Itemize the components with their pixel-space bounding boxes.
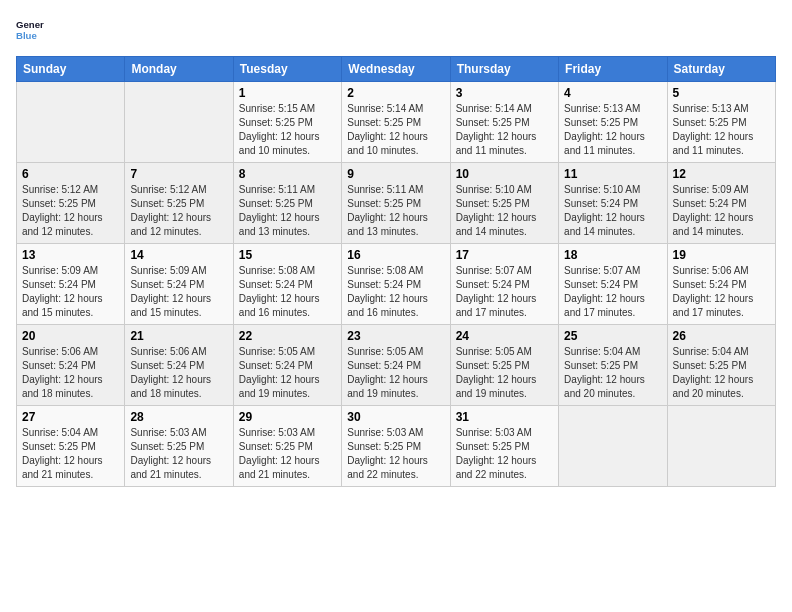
calendar-cell: 7Sunrise: 5:12 AMSunset: 5:25 PMDaylight… [125,163,233,244]
calendar-cell: 4Sunrise: 5:13 AMSunset: 5:25 PMDaylight… [559,82,667,163]
day-number: 20 [22,329,119,343]
day-header-wednesday: Wednesday [342,57,450,82]
calendar-cell: 26Sunrise: 5:04 AMSunset: 5:25 PMDayligh… [667,325,775,406]
day-info: Sunrise: 5:04 AMSunset: 5:25 PMDaylight:… [22,426,119,482]
calendar-cell: 3Sunrise: 5:14 AMSunset: 5:25 PMDaylight… [450,82,558,163]
day-number: 26 [673,329,770,343]
day-number: 3 [456,86,553,100]
svg-text:Blue: Blue [16,30,37,41]
calendar-cell: 1Sunrise: 5:15 AMSunset: 5:25 PMDaylight… [233,82,341,163]
day-info: Sunrise: 5:08 AMSunset: 5:24 PMDaylight:… [347,264,444,320]
calendar-cell: 31Sunrise: 5:03 AMSunset: 5:25 PMDayligh… [450,406,558,487]
day-info: Sunrise: 5:10 AMSunset: 5:25 PMDaylight:… [456,183,553,239]
day-header-sunday: Sunday [17,57,125,82]
day-number: 8 [239,167,336,181]
calendar-cell: 5Sunrise: 5:13 AMSunset: 5:25 PMDaylight… [667,82,775,163]
day-number: 7 [130,167,227,181]
day-number: 27 [22,410,119,424]
day-info: Sunrise: 5:04 AMSunset: 5:25 PMDaylight:… [673,345,770,401]
day-number: 10 [456,167,553,181]
calendar-cell: 9Sunrise: 5:11 AMSunset: 5:25 PMDaylight… [342,163,450,244]
day-number: 17 [456,248,553,262]
day-info: Sunrise: 5:03 AMSunset: 5:25 PMDaylight:… [456,426,553,482]
calendar-cell: 28Sunrise: 5:03 AMSunset: 5:25 PMDayligh… [125,406,233,487]
day-header-saturday: Saturday [667,57,775,82]
logo: General Blue [16,16,44,44]
calendar-cell: 6Sunrise: 5:12 AMSunset: 5:25 PMDaylight… [17,163,125,244]
day-info: Sunrise: 5:04 AMSunset: 5:25 PMDaylight:… [564,345,661,401]
day-info: Sunrise: 5:08 AMSunset: 5:24 PMDaylight:… [239,264,336,320]
calendar-cell [17,82,125,163]
calendar-cell: 25Sunrise: 5:04 AMSunset: 5:25 PMDayligh… [559,325,667,406]
calendar-cell: 15Sunrise: 5:08 AMSunset: 5:24 PMDayligh… [233,244,341,325]
calendar-cell: 29Sunrise: 5:03 AMSunset: 5:25 PMDayligh… [233,406,341,487]
day-info: Sunrise: 5:12 AMSunset: 5:25 PMDaylight:… [130,183,227,239]
day-number: 14 [130,248,227,262]
calendar-cell: 22Sunrise: 5:05 AMSunset: 5:24 PMDayligh… [233,325,341,406]
day-info: Sunrise: 5:09 AMSunset: 5:24 PMDaylight:… [673,183,770,239]
day-info: Sunrise: 5:09 AMSunset: 5:24 PMDaylight:… [130,264,227,320]
day-number: 24 [456,329,553,343]
calendar-cell: 13Sunrise: 5:09 AMSunset: 5:24 PMDayligh… [17,244,125,325]
day-number: 19 [673,248,770,262]
day-info: Sunrise: 5:10 AMSunset: 5:24 PMDaylight:… [564,183,661,239]
day-number: 11 [564,167,661,181]
day-header-tuesday: Tuesday [233,57,341,82]
calendar-cell: 18Sunrise: 5:07 AMSunset: 5:24 PMDayligh… [559,244,667,325]
calendar-cell: 12Sunrise: 5:09 AMSunset: 5:24 PMDayligh… [667,163,775,244]
calendar-header-row: SundayMondayTuesdayWednesdayThursdayFrid… [17,57,776,82]
page-header: General Blue [16,16,776,44]
day-info: Sunrise: 5:12 AMSunset: 5:25 PMDaylight:… [22,183,119,239]
calendar-week-5: 27Sunrise: 5:04 AMSunset: 5:25 PMDayligh… [17,406,776,487]
day-number: 6 [22,167,119,181]
calendar-cell: 24Sunrise: 5:05 AMSunset: 5:25 PMDayligh… [450,325,558,406]
day-info: Sunrise: 5:05 AMSunset: 5:24 PMDaylight:… [347,345,444,401]
day-number: 4 [564,86,661,100]
day-number: 22 [239,329,336,343]
day-number: 30 [347,410,444,424]
calendar-cell [559,406,667,487]
svg-text:General: General [16,19,44,30]
day-number: 25 [564,329,661,343]
calendar-week-1: 1Sunrise: 5:15 AMSunset: 5:25 PMDaylight… [17,82,776,163]
day-number: 18 [564,248,661,262]
day-number: 12 [673,167,770,181]
calendar-cell [125,82,233,163]
day-number: 16 [347,248,444,262]
calendar-cell: 2Sunrise: 5:14 AMSunset: 5:25 PMDaylight… [342,82,450,163]
day-info: Sunrise: 5:11 AMSunset: 5:25 PMDaylight:… [347,183,444,239]
day-header-monday: Monday [125,57,233,82]
calendar-week-4: 20Sunrise: 5:06 AMSunset: 5:24 PMDayligh… [17,325,776,406]
day-info: Sunrise: 5:14 AMSunset: 5:25 PMDaylight:… [347,102,444,158]
calendar-week-3: 13Sunrise: 5:09 AMSunset: 5:24 PMDayligh… [17,244,776,325]
calendar-cell: 8Sunrise: 5:11 AMSunset: 5:25 PMDaylight… [233,163,341,244]
day-number: 29 [239,410,336,424]
day-number: 2 [347,86,444,100]
calendar-cell: 21Sunrise: 5:06 AMSunset: 5:24 PMDayligh… [125,325,233,406]
day-number: 15 [239,248,336,262]
calendar-week-2: 6Sunrise: 5:12 AMSunset: 5:25 PMDaylight… [17,163,776,244]
day-header-thursday: Thursday [450,57,558,82]
calendar-cell: 16Sunrise: 5:08 AMSunset: 5:24 PMDayligh… [342,244,450,325]
day-info: Sunrise: 5:03 AMSunset: 5:25 PMDaylight:… [130,426,227,482]
calendar-cell: 27Sunrise: 5:04 AMSunset: 5:25 PMDayligh… [17,406,125,487]
calendar-cell: 11Sunrise: 5:10 AMSunset: 5:24 PMDayligh… [559,163,667,244]
day-info: Sunrise: 5:11 AMSunset: 5:25 PMDaylight:… [239,183,336,239]
day-info: Sunrise: 5:06 AMSunset: 5:24 PMDaylight:… [673,264,770,320]
day-number: 9 [347,167,444,181]
calendar-cell: 10Sunrise: 5:10 AMSunset: 5:25 PMDayligh… [450,163,558,244]
calendar-cell: 20Sunrise: 5:06 AMSunset: 5:24 PMDayligh… [17,325,125,406]
day-info: Sunrise: 5:15 AMSunset: 5:25 PMDaylight:… [239,102,336,158]
day-number: 31 [456,410,553,424]
day-number: 13 [22,248,119,262]
calendar-table: SundayMondayTuesdayWednesdayThursdayFrid… [16,56,776,487]
day-info: Sunrise: 5:06 AMSunset: 5:24 PMDaylight:… [130,345,227,401]
day-info: Sunrise: 5:05 AMSunset: 5:25 PMDaylight:… [456,345,553,401]
day-number: 28 [130,410,227,424]
day-info: Sunrise: 5:14 AMSunset: 5:25 PMDaylight:… [456,102,553,158]
day-header-friday: Friday [559,57,667,82]
day-info: Sunrise: 5:05 AMSunset: 5:24 PMDaylight:… [239,345,336,401]
logo-icon: General Blue [16,16,44,44]
day-info: Sunrise: 5:07 AMSunset: 5:24 PMDaylight:… [456,264,553,320]
calendar-cell: 23Sunrise: 5:05 AMSunset: 5:24 PMDayligh… [342,325,450,406]
